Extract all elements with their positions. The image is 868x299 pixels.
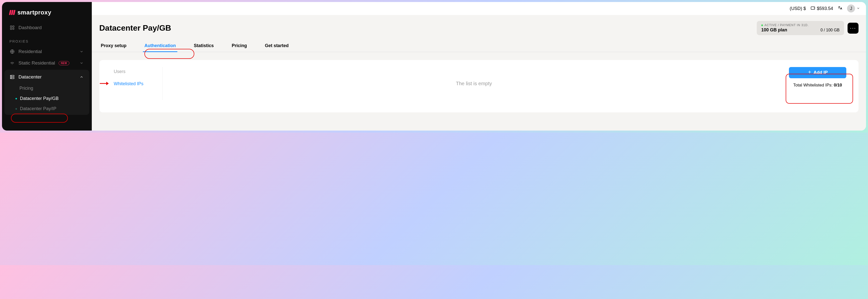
page-title: Datacenter Pay/GB — [99, 24, 171, 33]
sidebar-item-residential[interactable]: Residential — [2, 46, 92, 57]
sidebar-subitem-pricing[interactable]: Pricing — [4, 83, 89, 94]
balance-amount: $593.54 — [817, 6, 833, 11]
sidebar-label: Residential — [19, 49, 42, 54]
authentication-card: Users Whitelisted IPs The list is empty … — [99, 60, 859, 112]
active-dot-icon — [16, 98, 17, 99]
auth-tab-whitelisted-ips[interactable]: Whitelisted IPs — [108, 79, 157, 92]
add-ip-label: Add IP — [814, 70, 828, 75]
tabs: Proxy setup Authentication Statistics Pr… — [92, 39, 866, 52]
dot-icon — [16, 108, 17, 110]
tab-pricing[interactable]: Pricing — [230, 41, 248, 52]
translate-icon — [838, 5, 842, 12]
empty-text: The list is empty — [456, 81, 492, 87]
svg-rect-1 — [13, 26, 14, 27]
auth-tab-users[interactable]: Users — [108, 67, 157, 79]
server-icon — [9, 74, 15, 80]
tab-get-started[interactable]: Get started — [264, 41, 290, 52]
add-ip-button[interactable]: Add IP — [789, 67, 846, 78]
chevron-down-icon — [857, 6, 860, 11]
plan-more-button[interactable]: ··· — [847, 23, 859, 34]
sidebar-subitem-datacenter-payip[interactable]: Datacenter Pay/IP — [4, 104, 89, 114]
total-label: Total Whitelisted IPs: — [793, 83, 834, 88]
sidebar: smartproxy Dashboard PROXIES Residential… — [2, 2, 92, 131]
new-badge: NEW — [59, 61, 69, 65]
auth-side-tabs: Users Whitelisted IPs — [108, 67, 163, 100]
whitelist-actions: Add IP Total Whitelisted IPs: 0/10 — [785, 67, 850, 100]
more-icon: ··· — [850, 25, 856, 31]
wallet-icon — [810, 5, 815, 12]
chevron-down-icon — [79, 49, 84, 54]
plan-usage: 0 / 100 GB — [820, 28, 840, 32]
tab-authentication[interactable]: Authentication — [143, 41, 177, 52]
sidebar-item-datacenter[interactable]: Datacenter — [4, 71, 89, 83]
globe-icon — [9, 49, 15, 54]
annotation-arrow-icon — [99, 81, 109, 87]
whitelist-empty-state: The list is empty — [163, 67, 785, 100]
svg-point-3 — [13, 28, 14, 30]
dashboard-icon — [9, 25, 15, 30]
tab-proxy-setup[interactable]: Proxy setup — [99, 41, 128, 52]
plan-name: 100 GB plan — [761, 27, 787, 33]
plus-icon — [808, 70, 812, 75]
sidebar-item-static-residential[interactable]: Static Residential NEW — [2, 57, 92, 69]
total-count: 0/10 — [834, 83, 842, 88]
page-header: Datacenter Pay/GB ACTIVE / PAYMENT IN 31… — [92, 15, 866, 39]
plan-status: ACTIVE / PAYMENT IN 31D. — [761, 24, 840, 27]
currency-selector[interactable]: (USD) $ — [790, 6, 806, 11]
sidebar-group-datacenter: Datacenter Pricing Datacenter Pay/GB Dat… — [4, 70, 89, 115]
chevron-up-icon — [79, 74, 84, 80]
chevron-down-icon — [79, 60, 84, 66]
svg-rect-0 — [10, 26, 12, 27]
status-dot-icon — [761, 25, 763, 26]
sidebar-sublabel: Pricing — [20, 86, 33, 91]
brand-logo-icon — [9, 10, 15, 15]
sidebar-section-proxies: PROXIES — [2, 33, 92, 46]
user-menu[interactable]: J — [847, 4, 860, 12]
sidebar-sublabel: Datacenter Pay/IP — [20, 106, 56, 111]
tab-statistics[interactable]: Statistics — [192, 41, 215, 52]
avatar: J — [847, 4, 855, 12]
brand-name: smartproxy — [18, 9, 51, 16]
wallet-balance[interactable]: $593.54 — [810, 5, 833, 12]
plan-summary: ACTIVE / PAYMENT IN 31D. 100 GB plan 0 /… — [757, 21, 859, 35]
sidebar-label: Datacenter — [19, 74, 42, 80]
main: (USD) $ $593.54 J Datacenter Pa — [92, 2, 866, 131]
topbar: (USD) $ $593.54 J — [92, 2, 866, 15]
svg-rect-2 — [10, 28, 12, 30]
sidebar-subitem-datacenter-paygb[interactable]: Datacenter Pay/GB — [4, 94, 89, 104]
wifi-icon — [9, 60, 15, 66]
app-frame: smartproxy Dashboard PROXIES Residential… — [2, 2, 866, 131]
language-switch[interactable] — [838, 5, 842, 12]
sidebar-sublabel: Datacenter Pay/GB — [20, 96, 59, 101]
currency-label: (USD) $ — [790, 6, 806, 11]
plan-status-text: ACTIVE / PAYMENT IN 31D. — [765, 24, 809, 27]
sidebar-label: Static Residential — [19, 60, 55, 66]
sidebar-label: Dashboard — [19, 25, 42, 30]
brand-logo[interactable]: smartproxy — [2, 7, 92, 22]
sidebar-item-dashboard[interactable]: Dashboard — [2, 22, 92, 33]
total-whitelisted: Total Whitelisted IPs: 0/10 — [793, 83, 842, 88]
plan-info-card[interactable]: ACTIVE / PAYMENT IN 31D. 100 GB plan 0 /… — [757, 21, 844, 35]
